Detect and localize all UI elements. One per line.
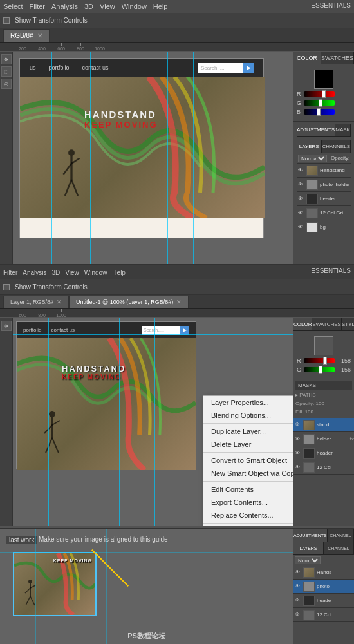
bot-layer-row2[interactable]: 👁 photo_: [293, 580, 354, 594]
layer-thumbnail: [306, 194, 318, 204]
blend-mode-select[interactable]: Normal: [298, 155, 327, 162]
mid-layer-12col[interactable]: 👁 12 Col: [293, 460, 354, 475]
bot-adjustments-tab[interactable]: ADJUSTMENTS: [293, 529, 328, 542]
middle-transform-checkbox[interactable]: [3, 284, 10, 290]
layer-eye[interactable]: 👁: [293, 569, 301, 576]
layer-row[interactable]: 👁 header: [297, 192, 351, 206]
bot-layers-tab[interactable]: LAYERS: [293, 542, 324, 554]
mid-layer-header[interactable]: 👁 header: [293, 446, 354, 460]
layer-row[interactable]: 👁 Handstand: [297, 164, 351, 178]
layer-name: header: [317, 450, 354, 456]
mid-g-slider[interactable]: [304, 367, 335, 372]
ctx-export-contents[interactable]: Export Contents...: [203, 496, 293, 509]
middle-title-bar: Filter Analysis 3D View Window Help ESSE…: [0, 265, 354, 279]
layer-eye[interactable]: 👁: [293, 583, 301, 591]
middle-tab-rgb[interactable]: Layer 1, RGB/8# ✕: [3, 296, 69, 308]
bot-channels-tab[interactable]: CHANNEL: [328, 529, 354, 542]
mid-color-preview[interactable]: [314, 336, 333, 355]
bot-blend-select[interactable]: Normal: [295, 556, 321, 564]
mini-preview-inner: KEEP MOVING: [14, 553, 95, 615]
ctx-edit-contents[interactable]: Edit Contents: [203, 483, 293, 496]
layers-tab[interactable]: LAYERS: [297, 140, 322, 153]
color-tab[interactable]: COLOR: [293, 52, 321, 64]
layer-eye[interactable]: 👁: [293, 421, 301, 429]
mid-styles-tab[interactable]: STYLES: [342, 318, 354, 330]
mid-layer-holder[interactable]: 👁 holder fx: [293, 432, 354, 446]
layer-visibility[interactable]: 👁: [297, 209, 304, 217]
layer-eye[interactable]: 👁: [293, 611, 301, 619]
layer-visibility[interactable]: 👁: [297, 167, 304, 175]
layer-row[interactable]: 👁 bg: [297, 220, 351, 234]
tab-label: RGB/8#: [10, 32, 33, 39]
menu-view[interactable]: View: [100, 3, 115, 10]
ctx-convert-smart[interactable]: Convert to Smart Object: [203, 454, 293, 467]
tab-rgb-close[interactable]: ✕: [57, 299, 62, 305]
menu-select[interactable]: Select: [3, 3, 23, 10]
middle-menu-window[interactable]: Window: [84, 269, 107, 276]
middle-menu-view[interactable]: View: [65, 269, 79, 276]
mid-color-tab[interactable]: COLOR: [293, 318, 312, 330]
move-tool[interactable]: ✥: [1, 54, 12, 64]
tab-close[interactable]: ✕: [37, 32, 42, 39]
select-tool[interactable]: ⬚: [1, 66, 12, 77]
mask-tab[interactable]: MASK: [335, 124, 351, 136]
layer-eye[interactable]: 👁: [293, 450, 301, 457]
mid-layer-stand[interactable]: 👁 stand: [293, 418, 354, 432]
layer-visibility[interactable]: 👁: [297, 195, 304, 203]
layer-eye[interactable]: 👁: [293, 435, 301, 443]
menu-analysis[interactable]: Analysis: [51, 3, 78, 10]
menu-window[interactable]: Window: [122, 3, 147, 10]
bot-layer-row3[interactable]: 👁 heade: [293, 594, 354, 608]
ctx-blending-options[interactable]: Blending Options...: [203, 409, 293, 422]
document-tab[interactable]: RGB/8# ✕: [3, 29, 50, 42]
blue-row: B: [297, 109, 351, 115]
middle-tab-untitled[interactable]: Untitled-1 @ 100% (Layer 1, RGB/8#) ✕: [69, 296, 189, 308]
menu-3d[interactable]: 3D: [84, 3, 93, 10]
mid-site-nav: portfolio contact us Search..... ▶: [17, 322, 196, 338]
mid-paths-tab[interactable]: ▸ PATHS: [295, 391, 352, 399]
layer-eye[interactable]: 👁: [293, 464, 301, 471]
layer-thumb: [303, 610, 315, 620]
layer-visibility[interactable]: 👁: [297, 181, 304, 189]
menu-help[interactable]: Help: [153, 3, 168, 10]
search-input[interactable]: Search.....: [198, 63, 243, 73]
layer-row[interactable]: 👁 12 Col Gri: [297, 206, 351, 220]
middle-menu-3d[interactable]: 3D: [51, 269, 60, 276]
mid-search-btn[interactable]: ▶: [180, 326, 189, 335]
bot-layer-row1[interactable]: 👁 Hands: [293, 565, 354, 580]
ctx-sep1: [203, 423, 293, 424]
layer-name: 12 Col: [317, 612, 354, 618]
transform-checkbox[interactable]: [3, 17, 10, 24]
search-button[interactable]: ▶: [243, 63, 254, 73]
bot-layer-row4[interactable]: 👁 12 Col: [293, 608, 354, 622]
swatches-tab[interactable]: SWATCHES: [321, 52, 354, 64]
tab-untitled-close[interactable]: ✕: [176, 299, 182, 305]
bot-channels2-tab[interactable]: CHANNEL: [324, 542, 354, 554]
middle-menu-help[interactable]: Help: [112, 269, 126, 276]
ctx-layer-properties[interactable]: Layer Properties...: [203, 396, 293, 409]
ctx-duplicate-layer[interactable]: Duplicate Layer...: [203, 425, 293, 438]
mid-swatches-tab[interactable]: SWATCHES: [312, 318, 341, 330]
adjustments-tab[interactable]: ADJUSTMENTS: [297, 124, 335, 136]
ctx-replace-contents[interactable]: Replace Contents...: [203, 509, 293, 522]
svg-line-16: [26, 596, 30, 605]
ctx-new-smart-copy[interactable]: New Smart Object via Copy: [203, 467, 293, 480]
mid-r-slider[interactable]: [304, 358, 335, 363]
layer-visibility[interactable]: 👁: [297, 223, 304, 231]
mid-search-input[interactable]: Search.....: [142, 326, 180, 335]
ctx-delete-layer[interactable]: Delete Layer: [203, 438, 293, 451]
menu-filter[interactable]: Filter: [30, 3, 45, 10]
mid-hero: HANDSTAND KEEP MOVING: [17, 338, 196, 470]
middle-menu-analysis[interactable]: Analysis: [23, 269, 46, 276]
middle-menu-filter[interactable]: Filter: [3, 269, 17, 276]
move-tool-mid[interactable]: ✥: [1, 321, 12, 331]
ctx-rasterize[interactable]: Rasterize Layer: [203, 525, 293, 526]
color-preview[interactable]: [314, 70, 333, 89]
g-slider[interactable]: [304, 100, 335, 106]
channels-tab[interactable]: CHANNELS: [322, 140, 351, 153]
b-slider[interactable]: [304, 109, 335, 115]
layer-eye[interactable]: 👁: [293, 597, 301, 605]
r-slider[interactable]: [304, 91, 335, 97]
layer-row[interactable]: 👁 photo_holder: [297, 178, 351, 192]
lasso-tool[interactable]: ◎: [1, 79, 12, 89]
